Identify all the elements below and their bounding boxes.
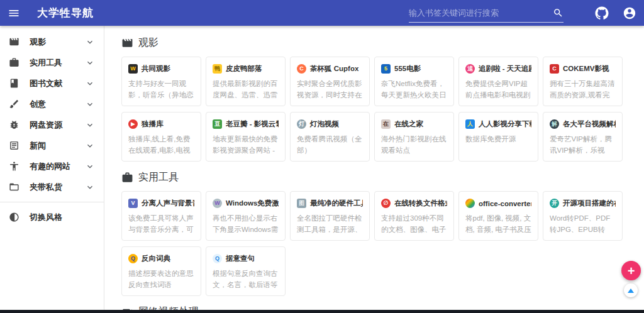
sidebar-item-4[interactable]: 创意 xyxy=(0,94,104,114)
card-title-row: Q 反向词典 xyxy=(128,254,194,263)
sidebar-item-label: 观影 xyxy=(30,36,85,48)
site-favicon-icon: 人 xyxy=(465,119,475,129)
card-title: 在线转换文件格式 xyxy=(394,199,447,208)
sidebar-item-2[interactable]: 实用工具 xyxy=(0,52,104,73)
sidebar-item-label: 图书文献 xyxy=(30,78,85,89)
bookmark-card[interactable]: W 共同观影 支持与好友一同观影，听音乐（异地恋必备） xyxy=(121,57,201,106)
bookmark-card[interactable]: C COKEMV影视 拥有三十万集超高清画质的资源,观看完全免... xyxy=(543,57,623,106)
sidebar-item-label: 切换风格 xyxy=(30,212,95,223)
card-title: 皮皮鸭部落 xyxy=(226,64,262,74)
site-favicon-icon: 解 xyxy=(550,119,559,129)
plus-icon: + xyxy=(628,265,635,277)
card-title: 555电影 xyxy=(394,64,421,74)
card-description: 免费提供全网VIP超前点播电影和电视剧服务,... xyxy=(465,79,531,102)
card-title: 分离人声与背景音乐 xyxy=(142,199,194,208)
site-favicon-icon: 鸭 xyxy=(213,64,222,74)
sidebar-item-label: 创意 xyxy=(30,99,85,110)
card-title-row: 5 555电影 xyxy=(381,64,447,74)
sidebar-item-1[interactable]: 观影 xyxy=(0,31,104,52)
card-title: 追剧啦 - 天天追剧... xyxy=(479,64,531,74)
card-title-row: W 共同观影 xyxy=(128,64,194,74)
bookmark-card[interactable]: 5 555电影 奈飞Netflix免费看，每天更新热火欧美日韩... xyxy=(374,57,454,106)
sidebar-item-theme-toggle[interactable]: 切换风格 xyxy=(0,207,104,228)
card-title-row: ▶ 独播库 xyxy=(128,119,194,129)
chevron-down-icon xyxy=(85,58,95,68)
section-header: 实用工具 xyxy=(121,171,625,184)
bookmark-card[interactable]: 灯 灯泡视频 免费看腾讯视频（全部） xyxy=(290,112,370,162)
bookmark-card[interactable]: office-converter 将pdf, 图像, 视频, 文档, 音频, 电… xyxy=(458,191,538,241)
card-description: 爱奇艺VIP解析，腾讯VIP解析，乐视VIP解... xyxy=(550,134,616,158)
card-title: 老豆瓣 - 影视云擎 xyxy=(226,119,279,129)
site-favicon-icon: C xyxy=(297,64,306,74)
card-description: 支持与好友一同观影，听音乐（异地恋必备） xyxy=(128,79,194,102)
bookmark-card[interactable]: V 分离人声与背景音乐 该免费工具可将人声与背景音乐分离，可自... xyxy=(121,191,201,241)
bookmark-card[interactable]: 豆 老豆瓣 - 影视云擎 地表更新最快的免费影视资源聚合网站 - 老豆... xyxy=(206,112,286,162)
site-favicon-icon: 5 xyxy=(381,64,391,74)
navbar-right-group xyxy=(409,4,644,23)
site-favicon-icon: W xyxy=(128,64,138,74)
bookmark-section: 实用工具 V 分离人声与背景音乐 该免费工具可将人声与背景音乐分离，可自... … xyxy=(121,171,625,296)
app-title: 大学牲导航 xyxy=(37,6,94,20)
site-favicon-icon: 开 xyxy=(550,199,559,208)
sidebar-item-5[interactable]: 网盘资源 xyxy=(0,114,104,135)
site-favicon-icon: ▶ xyxy=(128,119,138,129)
card-title: 各大平台视频解析 xyxy=(563,119,616,129)
movie-icon xyxy=(9,36,19,47)
bookmark-card[interactable]: ▶ 独播库 独播库,线上看,免费在线观看,电影,电视剧,动漫,... xyxy=(121,112,201,162)
search-icon[interactable] xyxy=(553,8,564,18)
bookmark-card[interactable]: 鸭 皮皮鸭部落 提供最新影视剧的百度网盘、迅雷、迅雷云... xyxy=(206,57,286,106)
card-description: 海外热门影视剧在线观看站点 xyxy=(381,134,447,158)
account-icon[interactable] xyxy=(623,6,636,20)
card-description: 全名图拉丁吧硬件检测工具箱，是开源、免... xyxy=(297,213,363,237)
card-description: 提供最新影视剧的百度网盘、迅雷、迅雷云... xyxy=(213,79,279,102)
site-favicon-icon: W xyxy=(213,199,222,208)
bookmark-card[interactable]: 解 各大平台视频解析 爱奇艺VIP解析，腾讯VIP解析，乐视VIP解... xyxy=(543,112,623,162)
card-title-row: 追 追剧啦 - 天天追剧... xyxy=(465,64,531,74)
card-title: 开源项目搭建的在... xyxy=(563,199,616,208)
sidebar-item-8[interactable]: 夹带私货 xyxy=(0,177,104,197)
card-description: 实时聚合全网优质影视资源，同时支持在线... xyxy=(297,79,363,102)
chevron-down-icon xyxy=(85,79,95,89)
chevron-down-icon xyxy=(85,162,95,172)
github-icon[interactable] xyxy=(595,6,609,20)
briefcase-icon xyxy=(121,172,133,184)
bookmark-card[interactable]: 开 开源项目搭建的在... Word转PDF、PDF转JPG、EPUB转MOBI… xyxy=(543,191,623,241)
search-input[interactable] xyxy=(409,8,553,18)
sidebar-item-6[interactable]: 新闻 xyxy=(0,135,104,156)
bookmark-card[interactable]: W Windows免费激活 再也不用担心显示右下角显示Windows需要... xyxy=(206,191,286,241)
bookmark-card[interactable]: ∅ 在线转换文件格式 支持超过309种不同的文档、图像、电子表... xyxy=(374,191,454,241)
section-title: 实用工具 xyxy=(138,171,179,184)
card-title: office-converter xyxy=(479,200,531,207)
bookmark-card[interactable]: 图 最纯净的硬件工具箱 全名图拉丁吧硬件检测工具箱，是开源、免... xyxy=(290,191,370,241)
section-header: 观影 xyxy=(121,36,625,50)
card-title: 最纯净的硬件工具箱 xyxy=(310,199,363,208)
sidebar-item-7[interactable]: 有趣的网站 xyxy=(0,156,104,177)
bottom-edge-bar xyxy=(0,310,644,313)
bookmark-card[interactable]: 人 人人影视分享下载站 数据库免费开源 xyxy=(458,112,538,162)
bookmark-section: 观影 W 共同观影 支持与好友一同观影，听音乐（异地恋必备） 鸭 皮皮鸭部落 提… xyxy=(121,36,625,162)
sidebar-item-label: 夹带私货 xyxy=(30,182,85,193)
card-title: 茶杯狐 Cupfox xyxy=(310,64,358,74)
bookmark-card[interactable]: 在 在线之家 海外热门影视剧在线观看站点 xyxy=(374,112,454,162)
bookmark-card[interactable]: C 茶杯狐 Cupfox 实时聚合全网优质影视资源，同时支持在线... xyxy=(290,57,370,106)
scroll-to-top-button[interactable] xyxy=(624,283,638,297)
bookmark-card[interactable]: Q 据意查句 根据句意反向查询古文，名言，歇后语等 xyxy=(206,246,286,296)
arrow-up-icon xyxy=(628,288,634,293)
brush-icon xyxy=(9,99,19,109)
card-description: 再也不用担心显示右下角显示Windows需要... xyxy=(213,213,279,237)
sidebar-item-label: 新闻 xyxy=(30,140,85,151)
card-title: 据意查句 xyxy=(226,254,255,263)
card-title: 反向词典 xyxy=(142,254,170,263)
card-title-row: office-converter xyxy=(465,199,531,208)
menu-icon[interactable] xyxy=(8,7,20,19)
sidebar-item-3[interactable]: 图书文献 xyxy=(0,73,104,94)
main-content: 观影 W 共同观影 支持与好友一同观影，听音乐（异地恋必备） 鸭 皮皮鸭部落 提… xyxy=(104,26,644,313)
card-title-row: 图 最纯净的硬件工具箱 xyxy=(297,199,363,208)
bookmark-card[interactable]: Q 反向词典 描述想要表达的意思反向查找词语 xyxy=(121,246,201,296)
bookmark-card[interactable]: 追 追剧啦 - 天天追剧... 免费提供全网VIP超前点播电影和电视剧服务,..… xyxy=(458,57,538,106)
card-title-row: 人 人人影视分享下载站 xyxy=(465,119,531,129)
card-description: 该免费工具可将人声与背景音乐分离，可自... xyxy=(128,213,194,237)
sidebar-item-label: 有趣的网站 xyxy=(30,161,85,172)
chevron-down-icon xyxy=(85,99,95,109)
add-bookmark-button[interactable]: + xyxy=(621,261,641,280)
